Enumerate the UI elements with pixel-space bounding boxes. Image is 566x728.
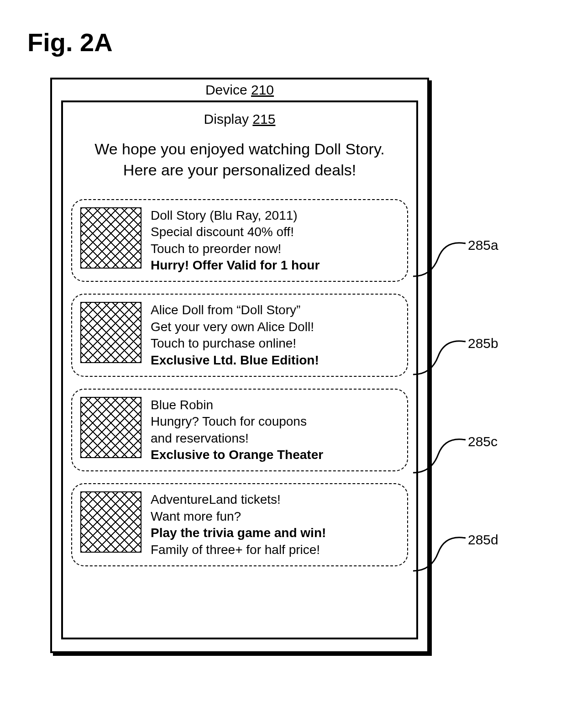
- callout-label-285c: 285c: [468, 434, 498, 449]
- callout-label-285d: 285d: [468, 532, 498, 548]
- deal-line: Hungry? Touch for coupons: [151, 413, 323, 430]
- display-frame: Display 215 We hope you enjoyed watching…: [61, 100, 418, 639]
- deal-thumbnail-icon: [80, 397, 142, 458]
- deal-line-emphasis: Play the trivia game and win!: [151, 525, 326, 541]
- deal-line-emphasis: Exclusive to Orange Theater: [151, 447, 323, 463]
- device-label: Device 210: [52, 82, 427, 98]
- deal-card-285c[interactable]: Blue Robin Hungry? Touch for coupons and…: [71, 389, 408, 472]
- deal-line: Alice Doll from “Doll Story”: [151, 302, 319, 318]
- display-label-prefix: Display: [204, 111, 253, 127]
- deal-line: Blue Robin: [151, 397, 323, 413]
- display-label-number: 215: [252, 111, 275, 127]
- device-label-number: 210: [251, 82, 274, 97]
- deal-card-285b[interactable]: Alice Doll from “Doll Story” Get your ve…: [71, 294, 408, 377]
- deal-line: Family of three+ for half price!: [151, 542, 326, 558]
- deal-line-emphasis: Hurry! Offer Valid for 1 hour: [151, 257, 320, 274]
- figure-label: Fig. 2A: [27, 27, 113, 57]
- deal-thumbnail-icon: [80, 207, 142, 269]
- deal-line: Doll Story (Blu Ray, 2011): [151, 207, 320, 224]
- device-label-prefix: Device: [205, 82, 251, 97]
- deal-line: AdventureLand tickets!: [151, 491, 326, 508]
- deal-card-text: AdventureLand tickets! Want more fun? Pl…: [151, 491, 326, 558]
- callout-label-285a: 285a: [468, 237, 498, 253]
- deal-card-text: Alice Doll from “Doll Story” Get your ve…: [151, 302, 319, 369]
- deal-card-text: Blue Robin Hungry? Touch for coupons and…: [151, 397, 323, 464]
- deal-line: Touch to purchase online!: [151, 335, 319, 352]
- display-label: Display 215: [71, 111, 408, 127]
- deal-thumbnail-icon: [80, 302, 142, 363]
- deal-line: Get your very own Alice Doll!: [151, 319, 319, 335]
- deal-line: and reservations!: [151, 430, 323, 447]
- deal-line: Touch to preorder now!: [151, 241, 320, 257]
- patent-figure-page: Fig. 2A Device 210 Display 215 We hope y…: [0, 0, 566, 728]
- device-frame: Device 210 Display 215 We hope you enjoy…: [50, 78, 429, 653]
- deal-line: Special discount 40% off!: [151, 224, 320, 240]
- deal-card-285d[interactable]: AdventureLand tickets! Want more fun? Pl…: [71, 483, 408, 566]
- welcome-message: We hope you enjoyed watching Doll Story.…: [85, 139, 394, 181]
- deal-card-text: Doll Story (Blu Ray, 2011) Special disco…: [151, 207, 320, 274]
- deal-card-285a[interactable]: Doll Story (Blu Ray, 2011) Special disco…: [71, 199, 408, 282]
- deal-thumbnail-icon: [80, 491, 142, 553]
- deal-line-emphasis: Exclusive Ltd. Blue Edition!: [151, 352, 319, 369]
- callout-label-285b: 285b: [468, 336, 498, 351]
- deal-line: Want more fun?: [151, 508, 326, 525]
